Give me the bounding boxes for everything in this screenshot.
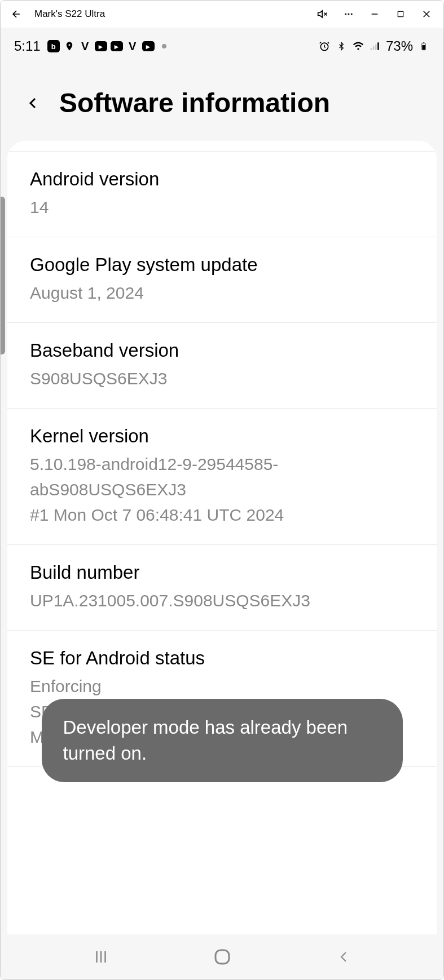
settings-list: Android version 14 Google Play system up… <box>7 141 437 935</box>
item-title: Android version <box>30 168 414 190</box>
status-bar-right: 73% <box>318 38 430 54</box>
status-bar: 5:11 b V ▸ ▸ V ▸ <box>1 28 443 59</box>
edge-panel-handle[interactable] <box>1 197 5 354</box>
minimize-button[interactable] <box>367 6 383 22</box>
svg-rect-6 <box>398 11 403 16</box>
item-value-secondary: #1 Mon Oct 7 06:48:41 UTC 2024 <box>30 502 414 527</box>
item-value: UP1A.231005.007.S908USQS6EXJ3 <box>30 588 414 613</box>
navigation-bar <box>1 934 443 979</box>
svg-point-2 <box>345 14 346 15</box>
status-bar-left: 5:11 b V ▸ ▸ V ▸ <box>14 38 170 54</box>
item-title: Build number <box>30 562 414 583</box>
window-title: Mark's S22 Ultra <box>34 8 315 20</box>
battery-icon <box>417 40 430 52</box>
bluetooth-icon <box>335 40 348 52</box>
item-value: 5.10.198-android12-9-29544585-abS908USQS… <box>30 451 414 502</box>
svg-rect-15 <box>423 42 425 43</box>
page-title: Software information <box>59 87 330 118</box>
svg-rect-13 <box>377 42 379 50</box>
svg-rect-20 <box>216 950 229 964</box>
svg-point-3 <box>348 14 350 15</box>
battery-percentage: 73% <box>386 38 413 54</box>
item-title: Google Play system update <box>30 254 414 276</box>
home-button[interactable] <box>205 940 239 974</box>
notification-v-icon-2: V <box>126 40 139 52</box>
item-value: August 1, 2024 <box>30 280 414 305</box>
window-titlebar: Mark's S22 Ultra <box>1 1 443 28</box>
svg-rect-12 <box>375 45 377 50</box>
notification-more-icon <box>158 40 170 52</box>
location-icon <box>63 40 76 52</box>
android-version-item[interactable]: Android version 14 <box>7 151 437 237</box>
page-header: Software information <box>1 59 443 141</box>
item-value: 14 <box>30 194 414 220</box>
maximize-button[interactable] <box>393 6 408 22</box>
nav-back-button[interactable] <box>327 940 361 974</box>
item-title: SE for Android status <box>30 648 414 669</box>
item-value: S908USQS6EXJ3 <box>30 366 414 391</box>
baseband-item[interactable]: Baseband version S908USQS6EXJ3 <box>7 323 437 409</box>
notification-media-icon-1: ▸ <box>95 40 107 52</box>
notification-media-icon-3: ▸ <box>142 40 155 52</box>
window-controls <box>315 6 434 22</box>
notification-b-icon: b <box>47 40 60 52</box>
status-time: 5:11 <box>14 38 41 54</box>
window-back-button[interactable] <box>10 7 23 21</box>
play-update-item[interactable]: Google Play system update August 1, 2024 <box>7 237 437 323</box>
phone-screen: 5:11 b V ▸ ▸ V ▸ <box>1 28 443 979</box>
svg-rect-10 <box>371 48 372 50</box>
more-icon[interactable] <box>341 6 357 22</box>
kernel-item[interactable]: Kernel version 5.10.198-android12-9-2954… <box>7 409 437 545</box>
notification-media-icon-2: ▸ <box>111 40 123 52</box>
build-number-item[interactable]: Build number UP1A.231005.007.S908USQS6EX… <box>7 545 437 631</box>
item-title: Kernel version <box>30 425 414 447</box>
close-button[interactable] <box>419 6 434 22</box>
wifi-icon <box>352 40 364 52</box>
toast-notification: Developer mode has already been turned o… <box>42 699 403 782</box>
svg-point-4 <box>351 14 353 15</box>
signal-icon <box>369 40 381 52</box>
item-title: Baseband version <box>30 340 414 361</box>
item-value: Enforcing <box>30 673 414 699</box>
svg-rect-16 <box>422 45 425 50</box>
back-button[interactable] <box>23 93 43 113</box>
recent-apps-button[interactable] <box>84 940 118 974</box>
alarm-icon <box>318 40 331 52</box>
notification-v-icon: V <box>79 40 91 52</box>
mute-icon[interactable] <box>315 6 331 22</box>
toast-message: Developer mode has already been turned o… <box>63 715 381 766</box>
svg-rect-11 <box>373 46 375 50</box>
